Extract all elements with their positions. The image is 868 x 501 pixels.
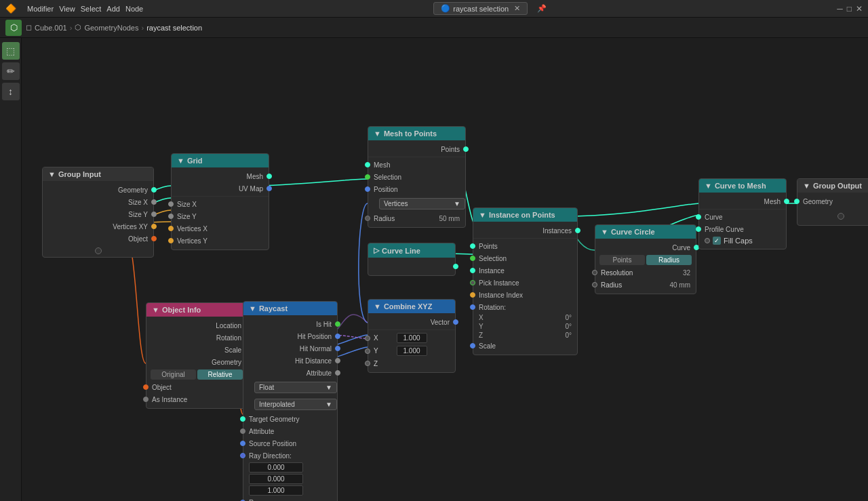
rc-hitpos-socket[interactable] <box>335 334 340 339</box>
oi-original-btn[interactable]: Original <box>151 369 196 380</box>
iop-pickinst-socket[interactable] <box>470 280 475 285</box>
rc-targetgeo-socket[interactable] <box>240 416 245 422</box>
mtp-mesh-in[interactable] <box>365 162 370 167</box>
gi-geometry-socket[interactable] <box>151 187 157 193</box>
cc-collapse[interactable]: ▼ <box>601 228 608 236</box>
active-tab[interactable]: 🔵 raycast selection ✕ <box>433 2 528 15</box>
iop-instidx-socket[interactable] <box>470 292 475 298</box>
menu-select[interactable]: Select <box>81 5 102 13</box>
rc-hitdist-socket[interactable] <box>335 358 340 363</box>
go-bottom-socket[interactable] <box>837 213 844 220</box>
cl-curve-socket[interactable] <box>453 264 458 269</box>
topbar: 🔶 Modifier View Select Add Node 🔵 raycas… <box>0 0 868 18</box>
mtp-pos-socket[interactable] <box>365 186 370 192</box>
node-curve-line: ▷ Curve Line <box>368 243 456 276</box>
oi-object-in-row: Object <box>146 381 247 393</box>
breadcrumb-geonodes[interactable]: GeometryNodes <box>84 24 138 32</box>
iop-instances-socket[interactable] <box>575 228 580 233</box>
ctm-curve-socket[interactable] <box>696 214 701 220</box>
mtp-radius-socket[interactable] <box>365 216 370 221</box>
rc-rayz-input[interactable]: 1.000 <box>249 485 303 496</box>
rc-srcpos-socket[interactable] <box>240 441 245 446</box>
combxyz-body: Vector X Y Z <box>368 313 455 372</box>
cc-points-btn[interactable]: Points <box>599 255 645 265</box>
tab-icon: 🔵 <box>441 4 450 13</box>
pin-button[interactable]: 📌 <box>537 4 547 13</box>
iop-collapse[interactable]: ▼ <box>479 211 486 219</box>
grid-sizex-in[interactable] <box>168 201 174 207</box>
tab-close[interactable]: ✕ <box>514 4 520 13</box>
rc-interp-dropdown[interactable]: Interpolated▼ <box>254 399 337 410</box>
ctm-profile-socket[interactable] <box>696 226 701 232</box>
gi-object-socket[interactable] <box>151 236 157 241</box>
ctm-fillcaps-checkbox[interactable]: ✓ <box>713 237 721 245</box>
cc-res-socket[interactable] <box>592 270 597 275</box>
grid-sizey-in[interactable] <box>168 214 174 219</box>
iop-inst-socket[interactable] <box>470 268 475 273</box>
iop-sel-socket[interactable] <box>470 256 475 261</box>
mtp-sel-socket[interactable] <box>365 174 370 180</box>
cxyz-x-input[interactable] <box>397 333 427 343</box>
gi-bottom-socket[interactable] <box>95 247 102 254</box>
grid-uv-socket[interactable] <box>267 186 272 191</box>
cxyz-x-socket[interactable] <box>365 336 370 341</box>
ctm-mesh-label: Mesh <box>705 198 781 205</box>
oi-asinstance-socket[interactable] <box>143 397 149 402</box>
cxyz-z-socket[interactable] <box>365 361 370 366</box>
iop-points-socket[interactable] <box>470 243 475 249</box>
gi-vertxy-socket[interactable] <box>151 224 157 229</box>
objinfo-collapse[interactable]: ▼ <box>152 306 159 314</box>
gi-vertxy-label: Vertices XY <box>48 223 148 231</box>
gi-sizey-socket[interactable] <box>151 212 157 217</box>
cc-radius-btn[interactable]: Radius <box>646 255 692 265</box>
rc-ishit-socket[interactable] <box>335 321 340 327</box>
menu-node[interactable]: Node <box>125 5 143 13</box>
window-minimize[interactable]: ─ <box>837 4 843 14</box>
rc-rayx-input[interactable]: 0.000 <box>249 462 303 473</box>
menu-add[interactable]: Add <box>106 5 120 13</box>
iop-instances-row: Instances <box>473 224 577 237</box>
cxyz-y-socket[interactable] <box>365 348 370 354</box>
ctm-fillcaps-socket[interactable] <box>705 238 710 243</box>
mtp-collapse[interactable]: ▼ <box>374 129 381 138</box>
rc-raydir-socket[interactable] <box>240 453 245 458</box>
rc-attr-out-label: Attribute <box>249 369 332 377</box>
rc-float-dropdown[interactable]: Float▼ <box>254 382 337 393</box>
mtp-vertices-dropdown[interactable]: Vertices▼ <box>379 198 465 209</box>
collapse-arrow[interactable]: ▼ <box>48 170 56 178</box>
oi-relative-btn[interactable]: Relative <box>197 369 243 380</box>
combxyz-collapse[interactable]: ▼ <box>374 302 381 310</box>
menu-view[interactable]: View <box>59 5 75 13</box>
cxyz-y-input[interactable] <box>397 346 427 356</box>
iop-scale-socket[interactable] <box>470 343 475 348</box>
raycast-collapse[interactable]: ▼ <box>249 304 256 313</box>
curveline-collapse[interactable]: ▷ <box>374 246 379 255</box>
grid-collapse[interactable]: ▼ <box>177 157 184 165</box>
rc-attr-in-socket[interactable] <box>240 428 245 434</box>
rc-attr-out-socket[interactable] <box>335 370 340 376</box>
mode-icon[interactable]: ⬡ <box>5 20 22 36</box>
select-tool[interactable]: ⬚ <box>2 42 20 60</box>
cxyz-vec-label: Vector <box>374 319 450 326</box>
rc-hitnorm-socket[interactable] <box>335 346 340 351</box>
grid-verty-in[interactable] <box>168 238 174 243</box>
oi-object-in[interactable] <box>143 384 149 390</box>
mtp-points-socket[interactable] <box>463 146 469 152</box>
gi-sizex-socket[interactable] <box>151 199 157 205</box>
window-maximize[interactable]: □ <box>847 4 852 14</box>
rc-rayy-input[interactable]: 0.000 <box>249 474 303 484</box>
ctm-collapse[interactable]: ▼ <box>705 182 712 190</box>
grid-vertx-in[interactable] <box>168 226 174 231</box>
go-collapse[interactable]: ▼ <box>803 182 810 190</box>
breadcrumb-cube[interactable]: Cube.001 <box>35 24 67 32</box>
grid-mesh-socket[interactable] <box>267 174 272 179</box>
go-geo-socket[interactable] <box>794 199 800 204</box>
window-close[interactable]: ✕ <box>856 4 863 14</box>
iop-rot-socket[interactable] <box>470 304 475 310</box>
menu-modifier[interactable]: Modifier <box>27 5 54 13</box>
cc-rad-socket[interactable] <box>592 282 597 287</box>
transform-tool[interactable]: ↕ <box>2 83 20 100</box>
draw-tool[interactable]: ✏ <box>2 62 20 80</box>
cxyz-vec-socket[interactable] <box>453 319 458 325</box>
ctm-mesh-socket[interactable] <box>784 199 789 204</box>
